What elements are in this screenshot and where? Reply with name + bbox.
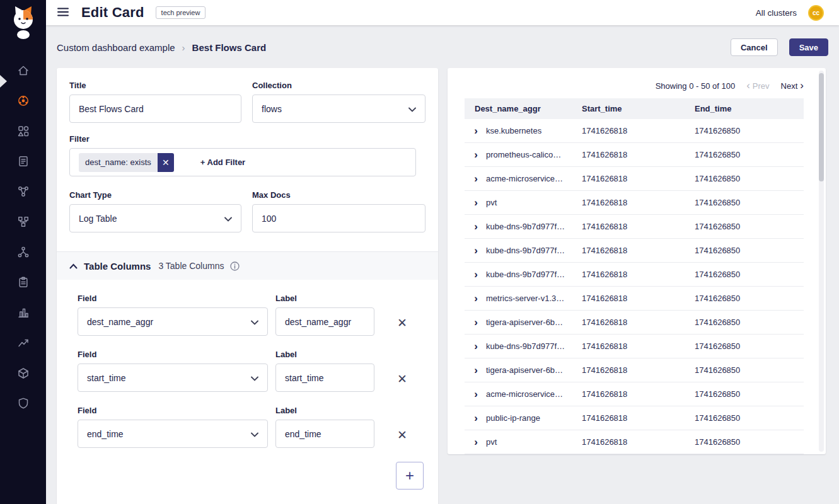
max-docs-input[interactable] (252, 204, 425, 232)
collection-value: flows (262, 104, 282, 114)
column-field-value: end_time (87, 429, 124, 439)
column-field-select-1[interactable]: start_time (78, 364, 268, 392)
sidebar-item-metrics[interactable] (0, 298, 46, 328)
add-column-button[interactable]: + (396, 462, 424, 490)
field-label: Field (78, 350, 268, 359)
column-field-value: dest_name_aggr (87, 317, 153, 327)
sidebar-item-performance[interactable] (0, 328, 46, 358)
table-columns-section-header: Table Columns 3 Table Columns (57, 251, 438, 280)
card-editor-panel: Title Collection flows Filter (57, 68, 438, 504)
cell-start-time: 1741626818 (582, 150, 695, 159)
save-button[interactable]: Save (789, 38, 828, 56)
table-row[interactable]: › metrics-server-v1.3… 1741626818 174162… (465, 287, 804, 311)
shapes-icon (17, 125, 30, 139)
preview-scrollbar-thumb[interactable] (819, 73, 824, 181)
cell-dest-name: public-ip-range (486, 413, 540, 423)
filter-chip-remove-button[interactable]: ✕ (158, 153, 174, 172)
prev-page-button[interactable]: ‹ Prev (746, 81, 769, 91)
table-row[interactable]: › tigera-apiserver-6b… 1741626818 174162… (465, 311, 804, 335)
column-field-select-2[interactable]: end_time (78, 420, 268, 448)
app-root: Edit Card tech preview All clusters cc C… (0, 0, 839, 504)
row-expand-chevron-icon[interactable]: › (471, 437, 481, 447)
column-header: Start_time (582, 104, 695, 113)
prev-label: Prev (753, 81, 770, 91)
row-expand-chevron-icon[interactable]: › (471, 197, 481, 208)
pagination-row: Showing 0 - 50 of 100 ‹ Prev Next › (465, 77, 804, 94)
row-expand-chevron-icon[interactable]: › (471, 149, 481, 160)
column-label-input-2[interactable] (275, 420, 374, 448)
page-title: Edit Card (81, 4, 144, 21)
collection-select[interactable]: flows (252, 94, 425, 123)
next-page-button[interactable]: Next › (781, 81, 804, 91)
cell-dest-name: tigera-apiserver-6b… (486, 365, 563, 375)
table-row[interactable]: › kube-dns-9b7d977f… 1741626818 17416268… (465, 215, 804, 239)
cell-start-time: 1741626818 (582, 413, 695, 423)
calico-logo[interactable] (9, 5, 37, 41)
cell-end-time: 1741626850 (695, 246, 804, 255)
table-row[interactable]: › pvt 1741626818 1741626850 (465, 430, 804, 454)
cancel-button[interactable]: Cancel (731, 38, 778, 56)
row-expand-chevron-icon[interactable]: › (471, 413, 481, 423)
table-row[interactable]: › acme-microservice… 1741626818 17416268… (465, 382, 804, 406)
cell-start-time: 1741626818 (582, 126, 695, 135)
sidebar-item-topology[interactable] (0, 207, 46, 238)
max-docs-label: Max Docs (252, 190, 425, 200)
collapse-section-button[interactable] (69, 261, 78, 271)
table-row[interactable]: › kse.kubernetes 1741626818 1741626850 (465, 119, 804, 143)
sidebar-item-policies[interactable] (0, 147, 46, 177)
field-label: Field (78, 294, 268, 303)
filter-chip-text: dest_name: exists (79, 153, 158, 172)
preview-scrollbar[interactable] (819, 71, 824, 452)
column-field-select-0[interactable]: dest_name_aggr (78, 307, 268, 336)
sidebar-item-clusters[interactable] (0, 238, 46, 268)
table-row[interactable]: › kube-dns-9b7d977f… 1741626818 17416268… (465, 263, 804, 287)
field-label: Field (78, 406, 268, 415)
row-expand-chevron-icon[interactable]: › (471, 341, 481, 352)
filter-box[interactable]: dest_name: exists ✕ + Add Filter (69, 148, 416, 176)
table-row[interactable]: › acme-microservice… 1741626818 17416268… (465, 167, 804, 191)
table-row[interactable]: › kube-dns-9b7d977f… 1741626818 17416268… (465, 335, 804, 358)
security-shield-icon (17, 397, 30, 411)
avatar[interactable]: cc (808, 5, 824, 21)
cell-end-time: 1741626850 (695, 198, 804, 207)
sidebar-item-services[interactable] (0, 117, 46, 147)
table-columns-count: 3 Table Columns (158, 261, 224, 271)
row-expand-chevron-icon[interactable]: › (471, 293, 481, 304)
cluster-selector[interactable]: All clusters (756, 8, 797, 18)
column-row: Field start_time Label ✕ (69, 350, 425, 392)
table-row[interactable]: › public-ip-range 1741626818 1741626850 (465, 406, 804, 430)
remove-column-button-1[interactable]: ✕ (397, 373, 407, 385)
remove-column-button-0[interactable]: ✕ (397, 317, 407, 329)
sidebar-item-workloads[interactable] (0, 358, 46, 389)
table-row[interactable]: › kube-dns-9b7d977f… 1741626818 17416268… (465, 239, 804, 263)
row-expand-chevron-icon[interactable]: › (471, 269, 481, 280)
row-expand-chevron-icon[interactable]: › (471, 245, 481, 256)
row-expand-chevron-icon[interactable]: › (471, 389, 481, 399)
column-label-input-0[interactable] (275, 307, 374, 336)
row-expand-chevron-icon[interactable]: › (471, 221, 481, 232)
chart-type-select[interactable]: Log Table (69, 204, 241, 232)
row-expand-chevron-icon[interactable]: › (471, 125, 481, 136)
row-expand-chevron-icon[interactable]: › (471, 365, 481, 375)
row-expand-chevron-icon[interactable]: › (471, 173, 481, 184)
title-input[interactable] (69, 94, 241, 123)
column-label-input-1[interactable] (275, 364, 374, 392)
chevron-down-icon (408, 104, 416, 114)
sidebar-item-security[interactable] (0, 389, 46, 419)
breadcrumb-parent[interactable]: Custom dashboard example (57, 42, 175, 53)
breadcrumb-chevron-icon: › (182, 42, 185, 53)
remove-column-button-2[interactable]: ✕ (397, 429, 407, 441)
cluster-tree-icon (17, 246, 30, 260)
menu-toggle-button[interactable] (56, 6, 70, 20)
sidebar-item-dashboards[interactable] (0, 86, 46, 117)
row-expand-chevron-icon[interactable]: › (471, 317, 481, 328)
table-row[interactable]: › prometheus-calico… 1741626818 17416268… (465, 143, 804, 167)
cell-start-time: 1741626818 (582, 246, 695, 255)
table-row[interactable]: › pvt 1741626818 1741626850 (465, 191, 804, 215)
table-row[interactable]: › tigera-apiserver-6b… 1741626818 174162… (465, 358, 804, 382)
sidebar-item-reports[interactable] (0, 268, 46, 298)
sidebar-item-network-flows[interactable] (0, 177, 46, 207)
cell-start-time: 1741626818 (582, 198, 695, 207)
add-filter-button[interactable]: + Add Filter (200, 158, 245, 167)
cell-dest-name: acme-microservice… (486, 389, 563, 399)
